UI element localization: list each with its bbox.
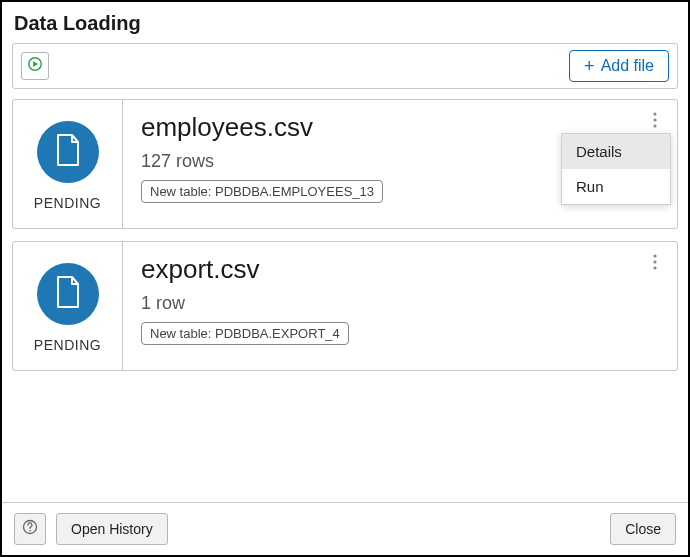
file-card: PENDING employees.csv 127 rows New table… xyxy=(12,99,678,229)
plus-icon: + xyxy=(584,57,595,75)
run-all-button[interactable] xyxy=(21,52,49,80)
file-status-panel: PENDING xyxy=(13,242,123,370)
status-label: PENDING xyxy=(34,337,101,353)
card-menu-button[interactable] xyxy=(643,110,667,134)
status-label: PENDING xyxy=(34,195,101,211)
data-loading-dialog: Data Loading + Add file xyxy=(0,0,690,557)
card-menu-button[interactable] xyxy=(643,252,667,276)
file-name: export.csv xyxy=(141,254,659,285)
svg-point-7 xyxy=(653,266,656,269)
add-file-label: Add file xyxy=(601,57,654,75)
svg-point-5 xyxy=(653,254,656,257)
svg-point-2 xyxy=(653,112,656,115)
target-table-chip: New table: PDBDBA.EMPLOYEES_13 xyxy=(141,180,383,203)
status-circle xyxy=(37,263,99,325)
file-card: PENDING export.csv 1 row New table: PDBD… xyxy=(12,241,678,371)
file-card-body: export.csv 1 row New table: PDBDBA.EXPOR… xyxy=(123,242,677,370)
menu-item-run[interactable]: Run xyxy=(562,169,670,204)
add-file-button[interactable]: + Add file xyxy=(569,50,669,82)
dialog-title: Data Loading xyxy=(2,2,688,43)
menu-item-details[interactable]: Details xyxy=(562,134,670,169)
svg-point-3 xyxy=(653,118,656,121)
svg-point-4 xyxy=(653,124,656,127)
kebab-icon xyxy=(653,254,657,275)
help-icon xyxy=(22,519,38,539)
file-cards-area: PENDING employees.csv 127 rows New table… xyxy=(2,89,688,502)
svg-point-6 xyxy=(653,260,656,263)
row-count: 1 row xyxy=(141,293,659,314)
file-icon xyxy=(54,133,82,171)
close-button[interactable]: Close xyxy=(610,513,676,545)
toolbar: + Add file xyxy=(12,43,678,89)
help-button[interactable] xyxy=(14,513,46,545)
svg-point-9 xyxy=(29,530,31,532)
dialog-footer: Open History Close xyxy=(2,502,688,555)
open-history-button[interactable]: Open History xyxy=(56,513,168,545)
svg-marker-1 xyxy=(33,61,38,67)
file-icon xyxy=(54,275,82,313)
target-table-chip: New table: PDBDBA.EXPORT_4 xyxy=(141,322,349,345)
status-circle xyxy=(37,121,99,183)
file-status-panel: PENDING xyxy=(13,100,123,228)
card-context-menu: Details Run xyxy=(561,133,671,205)
play-icon xyxy=(28,57,42,75)
kebab-icon xyxy=(653,112,657,133)
